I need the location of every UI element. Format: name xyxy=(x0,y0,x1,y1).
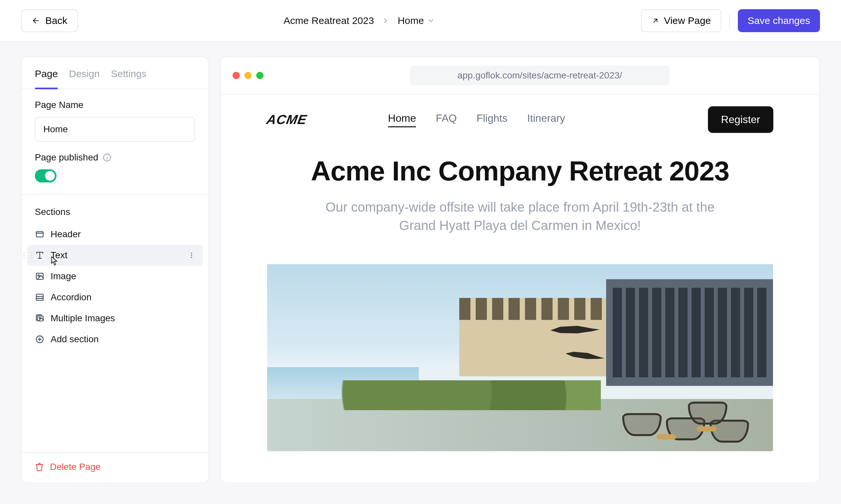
topbar: Back Acme Reatreat 2023 Home View Page S… xyxy=(0,0,841,42)
hero-subtitle: Our company-wide offsite will take place… xyxy=(307,198,734,235)
svg-rect-5 xyxy=(36,232,44,237)
window-close-icon xyxy=(233,72,240,79)
breadcrumb: Acme Reatreat 2023 Home xyxy=(284,15,435,26)
drag-handle-icon[interactable]: ⋮⋮ xyxy=(22,253,36,257)
section-item-accordion[interactable]: Accordion xyxy=(27,287,203,308)
breadcrumb-page-dropdown[interactable]: Home xyxy=(397,15,435,26)
save-button[interactable]: Save changes xyxy=(738,9,820,32)
section-label: Header xyxy=(51,229,81,239)
page-name-input[interactable] xyxy=(35,117,195,142)
window-icon xyxy=(35,230,45,239)
svg-rect-14 xyxy=(36,294,44,301)
view-page-label: View Page xyxy=(664,15,711,26)
sidebar: Page Design Settings Page Name Page publ… xyxy=(21,56,209,483)
image-icon xyxy=(35,272,45,281)
trash-icon xyxy=(35,462,44,471)
url-bar: app.goflok.com/sites/acme-retreat-2023/ xyxy=(410,66,670,85)
sidebar-tabs: Page Design Settings xyxy=(22,57,208,89)
section-item-text[interactable]: ⋮⋮ Text xyxy=(27,245,203,266)
delete-page-label: Delete Page xyxy=(50,462,101,472)
type-icon xyxy=(35,251,45,260)
browser-chrome: app.goflok.com/sites/acme-retreat-2023/ xyxy=(221,57,819,94)
chevron-right-icon xyxy=(382,17,390,24)
external-link-icon xyxy=(651,17,659,24)
section-item-header[interactable]: Header xyxy=(27,224,203,245)
register-button[interactable]: Register xyxy=(708,106,773,133)
section-label: Accordion xyxy=(51,292,92,303)
hero-title: Acme Inc Company Retreat 2023 xyxy=(267,156,773,186)
preview-panel: app.goflok.com/sites/acme-retreat-2023/ … xyxy=(220,56,820,483)
page-published-block: Page published xyxy=(22,142,208,195)
svg-point-11 xyxy=(191,257,192,258)
sidebar-footer: Delete Page xyxy=(22,452,208,482)
back-label: Back xyxy=(45,15,67,26)
info-icon xyxy=(103,153,111,162)
view-page-button[interactable]: View Page xyxy=(641,9,721,32)
add-section-button[interactable]: Add section xyxy=(27,329,203,350)
delete-page-button[interactable]: Delete Page xyxy=(35,462,101,472)
page-published-label: Page published xyxy=(35,152,195,163)
section-item-multiple-images[interactable]: Multiple Images xyxy=(27,308,203,329)
nav-itinerary[interactable]: Itinerary xyxy=(527,112,565,127)
svg-point-4 xyxy=(107,156,107,156)
nav-links: Home FAQ Flights Itinerary xyxy=(388,112,565,127)
workspace: Page Design Settings Page Name Page publ… xyxy=(0,42,841,498)
svg-point-13 xyxy=(38,275,39,276)
hero-image xyxy=(267,264,773,451)
page-name-label: Page Name xyxy=(35,100,195,110)
nav-home[interactable]: Home xyxy=(388,112,416,127)
window-minimize-icon xyxy=(244,72,252,79)
svg-point-10 xyxy=(191,255,192,256)
topbar-actions: View Page Save changes xyxy=(641,9,820,32)
svg-point-9 xyxy=(191,253,192,254)
breadcrumb-site[interactable]: Acme Reatreat 2023 xyxy=(284,15,374,26)
section-label: Text xyxy=(51,250,67,260)
page-name-block: Page Name xyxy=(22,89,208,142)
page-published-text: Page published xyxy=(35,152,98,163)
images-icon xyxy=(35,314,45,323)
add-section-label: Add section xyxy=(51,334,99,344)
published-toggle[interactable] xyxy=(35,169,56,182)
arrow-left-icon xyxy=(32,16,40,25)
back-button[interactable]: Back xyxy=(21,9,78,32)
site-preview: ACME Home FAQ Flights Itinerary Register… xyxy=(221,94,819,451)
tab-page[interactable]: Page xyxy=(35,68,58,89)
sections-list: Sections Header ⋮⋮ Text xyxy=(22,195,208,452)
svg-line-1 xyxy=(654,19,657,22)
tab-design[interactable]: Design xyxy=(69,68,100,89)
tab-settings[interactable]: Settings xyxy=(111,68,146,89)
more-icon[interactable] xyxy=(188,252,195,259)
chevron-down-icon xyxy=(427,17,435,24)
section-item-image[interactable]: Image xyxy=(27,266,203,287)
traffic-lights xyxy=(233,72,263,79)
section-label: Multiple Images xyxy=(51,313,115,324)
window-zoom-icon xyxy=(256,72,263,79)
site-logo: ACME xyxy=(265,112,308,127)
svg-point-18 xyxy=(39,317,40,319)
rows-icon xyxy=(35,293,45,302)
plus-circle-icon xyxy=(35,335,45,344)
divider xyxy=(729,14,730,28)
nav-flights[interactable]: Flights xyxy=(476,112,507,127)
sections-title: Sections xyxy=(27,204,203,224)
site-nav: ACME Home FAQ Flights Itinerary Register xyxy=(267,106,773,133)
breadcrumb-page: Home xyxy=(397,15,424,26)
section-label: Image xyxy=(51,271,76,282)
nav-faq[interactable]: FAQ xyxy=(435,112,457,127)
